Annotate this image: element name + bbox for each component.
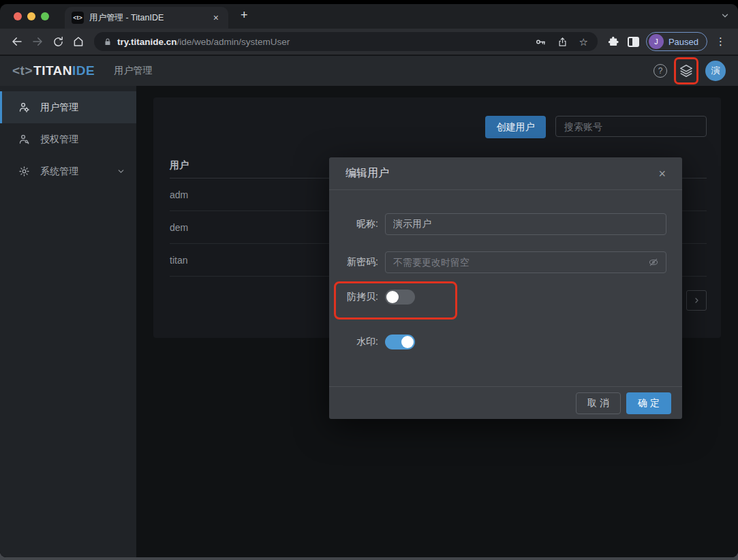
watermark-toggle[interactable] — [385, 335, 415, 349]
cancel-button[interactable]: 取 消 — [576, 392, 621, 414]
profile-button[interactable]: J Paused — [646, 32, 707, 51]
extensions-puzzle-icon[interactable] — [607, 35, 619, 48]
forward-icon[interactable] — [27, 31, 48, 52]
anticopy-row: 防拷贝: — [329, 286, 682, 308]
toggle-knob — [401, 336, 414, 348]
side-panel-icon[interactable] — [628, 37, 639, 47]
chevron-down-icon — [117, 167, 125, 176]
watermark-label: 水印: — [329, 336, 378, 348]
reload-icon[interactable] — [48, 31, 68, 52]
modal-header: 编辑用户 × — [329, 157, 682, 190]
close-window-button[interactable] — [14, 12, 22, 20]
logo-bracket: <t> — [12, 63, 33, 78]
nickname-input[interactable] — [385, 213, 666, 235]
user-gear-icon — [18, 102, 30, 113]
edit-user-modal: 编辑用户 × 昵称: 新密码: — [329, 157, 682, 419]
url-path: /ide/web/admin/systemUser — [177, 37, 290, 47]
browser-menu-icon[interactable]: ⋮ — [710, 35, 731, 48]
sidebar-item-label: 授权管理 — [40, 134, 78, 146]
profile-avatar: J — [649, 34, 664, 49]
modal-title: 编辑用户 — [345, 166, 389, 181]
tab-strip: <t> 用户管理 - TitanIDE × + — [0, 4, 738, 29]
nickname-label: 昵称: — [329, 218, 378, 230]
logo-ide: IDE — [72, 63, 95, 78]
bookmark-star-icon[interactable]: ☆ — [579, 37, 587, 47]
sidebar-item-label: 系统管理 — [40, 166, 78, 178]
new-tab-button[interactable]: + — [236, 8, 252, 22]
toggle-knob — [386, 291, 399, 303]
zoom-window-button[interactable] — [41, 12, 49, 20]
browser-window: <t> 用户管理 - TitanIDE × + — [0, 4, 738, 557]
tab-search-chevron-icon[interactable] — [720, 11, 730, 20]
user-avatar[interactable]: 演 — [705, 61, 726, 81]
tab-favicon-icon: <t> — [72, 12, 84, 24]
sidebar-item-user-management[interactable]: 用户管理 — [0, 91, 136, 123]
screen: <t> 用户管理 - TitanIDE × + — [0, 0, 738, 560]
help-icon[interactable]: ? — [654, 64, 667, 78]
layers-icon[interactable] — [679, 63, 694, 78]
sidebar-item-authorization[interactable]: 授权管理 — [0, 123, 136, 155]
home-icon[interactable] — [68, 31, 89, 52]
traffic-lights — [14, 12, 49, 20]
nickname-row: 昵称: — [329, 213, 682, 235]
logo-titan: TITAN — [33, 63, 72, 78]
titanide-logo[interactable]: <t>TITANIDE — [12, 63, 95, 78]
app-header: <t>TITANIDE 用户管理 ? 演 — [0, 56, 738, 86]
create-user-button[interactable]: 创建用户 — [485, 116, 546, 138]
password-label: 新密码: — [329, 256, 378, 268]
pagination-next-icon[interactable] — [686, 290, 707, 311]
user-key-icon — [18, 134, 30, 145]
search-input[interactable] — [555, 116, 707, 137]
sync-paused-label: Paused — [668, 37, 698, 47]
header-page-title: 用户管理 — [114, 65, 152, 77]
watermark-row: 水印: — [329, 331, 682, 353]
modal-close-icon[interactable]: × — [658, 168, 666, 180]
eye-off-icon[interactable] — [648, 257, 659, 268]
minimize-window-button[interactable] — [27, 12, 35, 20]
sidebar: 用户管理 授权管理 系统管理 — [0, 86, 136, 557]
tab-close-icon[interactable]: × — [211, 12, 221, 24]
modal-footer: 取 消 确 定 — [329, 386, 682, 419]
address-bar[interactable]: try.titanide.cn/ide/web/admin/systemUser… — [94, 32, 598, 51]
browser-tab[interactable]: <t> 用户管理 - TitanIDE × — [65, 7, 228, 29]
sidebar-item-system-management[interactable]: 系统管理 — [0, 155, 136, 187]
anticopy-toggle[interactable] — [385, 290, 415, 305]
main-content: 创建用户 用户 操作 adm — [136, 86, 738, 557]
url-host: try.titanide.cn — [117, 37, 177, 47]
titanide-app: <t>TITANIDE 用户管理 ? 演 — [0, 56, 738, 557]
browser-toolbar: try.titanide.cn/ide/web/admin/systemUser… — [0, 29, 738, 55]
share-icon[interactable] — [557, 36, 568, 48]
tab-title: 用户管理 - TitanIDE — [89, 12, 211, 24]
password-input[interactable] — [385, 251, 666, 273]
sidebar-item-label: 用户管理 — [40, 102, 78, 114]
password-key-icon[interactable] — [535, 36, 547, 48]
gear-icon — [18, 166, 30, 177]
password-row: 新密码: — [329, 251, 682, 273]
back-icon[interactable] — [7, 31, 27, 52]
confirm-button[interactable]: 确 定 — [626, 392, 671, 414]
lock-icon — [104, 37, 112, 46]
anticopy-label: 防拷贝: — [329, 291, 378, 303]
